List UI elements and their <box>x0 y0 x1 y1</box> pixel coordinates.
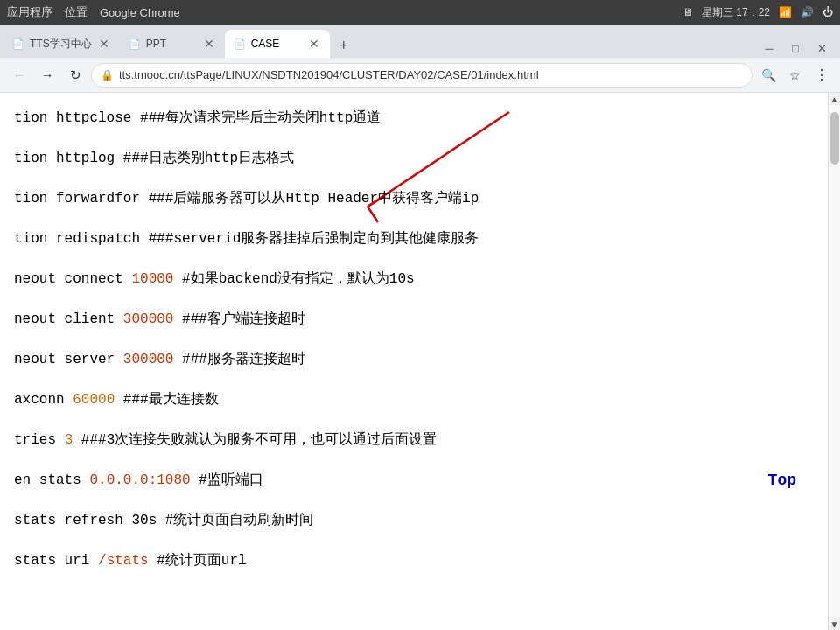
line-stats-enable-comment: #监听端口 <box>191 472 263 488</box>
line-timeout-client-prefix: neout client <box>14 312 115 327</box>
line-forwardfor-prefix: tion forwardfor <box>14 191 140 206</box>
menu-icon[interactable]: ⋮ <box>808 63 833 88</box>
monitor-icon: 🖥 <box>682 6 693 18</box>
scrollbar-thumb[interactable] <box>830 112 839 164</box>
line-stats-enable: en stats 0.0.0.0:1080 #监听端口 Top <box>14 460 814 500</box>
nav-bar: ← → ↻ 🔒 tts.tmooc.cn/ttsPage/LINUX/NSDTN… <box>0 58 840 93</box>
line-httplog-comment: ###日志类别http日志格式 <box>115 150 294 166</box>
line-tries-comment: ###3次连接失败就认为服务不可用，也可以通过后面设置 <box>73 432 437 448</box>
volume-icon: 🔊 <box>801 6 814 18</box>
tab-case[interactable]: 📄 CASE ✕ <box>225 30 330 58</box>
network-icon: 📶 <box>779 6 792 18</box>
line-timeout-client-num: 300000 <box>123 312 174 327</box>
tab-case-label: CASE <box>251 38 302 50</box>
system-datetime: 星期三 17：22 <box>702 5 770 20</box>
chrome-window: 📄 TTS学习中心 ✕ 📄 PPT ✕ 📄 CASE ✕ + ─ □ ✕ ← →… <box>0 24 840 630</box>
line-forwardfor: tion forwardfor ###后端服务器可以从Http Header中获… <box>14 178 814 219</box>
line-timeout-server-comment: ###服务器连接超时 <box>173 352 304 368</box>
line-stats-uri-prefix: stats uri <box>14 553 89 569</box>
line-tries: tries 3 ###3次连接失败就认为服务不可用，也可以通过后面设置 <box>14 420 814 460</box>
line-redispatch: tion redispatch ###serverid服务器挂掉后强制定向到其他… <box>14 219 814 259</box>
line-stats-refresh-comment: #统计页面自动刷新时间 <box>157 513 313 528</box>
system-bar-right: 🖥 星期三 17：22 📶 🔊 ⏻ <box>682 5 833 20</box>
tab-tts-label: TTS学习中心 <box>30 37 92 52</box>
minimize-button[interactable]: ─ <box>758 38 780 58</box>
tab-case-close[interactable]: ✕ <box>307 37 321 51</box>
address-text: tts.tmooc.cn/ttsPage/LINUX/NSDTN201904/C… <box>119 68 743 81</box>
tab-ppt[interactable]: 📄 PPT ✕ <box>120 30 225 58</box>
tab-tts-close[interactable]: ✕ <box>97 37 111 51</box>
line-timeout-client: neout client 300000 ###客户端连接超时 <box>14 299 814 340</box>
line-httpclose-prefix: tion httpclose <box>14 110 131 126</box>
line-maxconn-prefix: axconn <box>14 392 65 408</box>
lock-icon: 🔒 <box>101 69 114 81</box>
line-timeout-server-prefix: neout server <box>14 352 115 368</box>
line-tries-prefix: tries <box>14 432 56 448</box>
new-tab-button[interactable]: + <box>332 33 356 58</box>
line-stats-uri: stats uri /stats #统计页面url <box>14 541 814 581</box>
tab-tts[interactable]: 📄 TTS学习中心 ✕ <box>4 30 120 58</box>
chrome-menu[interactable]: Google Chrome <box>100 6 180 19</box>
forward-button[interactable]: → <box>35 63 60 88</box>
refresh-button[interactable]: ↻ <box>63 63 88 88</box>
line-timeout-connect-num: 10000 <box>131 271 173 287</box>
back-button[interactable]: ← <box>7 63 32 88</box>
line-maxconn: axconn 60000 ###最大连接数 <box>14 380 814 420</box>
scrollbar-track[interactable] <box>829 105 840 618</box>
tab-ppt-close[interactable]: ✕ <box>202 37 216 51</box>
scroll-down-button[interactable]: ▼ <box>829 618 841 630</box>
tab-ppt-label: PPT <box>146 38 197 50</box>
line-forwardfor-comment: ###后端服务器可以从Http Header中获得客户端ip <box>140 191 479 206</box>
close-button[interactable]: ✕ <box>810 38 833 58</box>
line-maxconn-num: 60000 <box>73 392 115 408</box>
line-httpclose: tion httpclose ###每次请求完毕后主动关闭http通道 <box>14 98 814 138</box>
content-area: tion httpclose ###每次请求完毕后主动关闭http通道 tion… <box>0 93 840 630</box>
line-httplog-prefix: tion httplog <box>14 150 115 166</box>
scrollbar[interactable]: ▲ ▼ <box>828 93 840 630</box>
tab-tts-favicon: 📄 <box>12 38 24 50</box>
power-icon: ⏻ <box>822 6 833 18</box>
bookmark-icon[interactable]: ☆ <box>782 63 807 88</box>
line-stats-refresh: stats refresh 30s #统计页面自动刷新时间 <box>14 500 814 541</box>
maximize-button[interactable]: □ <box>784 38 807 58</box>
line-timeout-client-comment: ###客户端连接超时 <box>173 312 304 327</box>
nav-right: 🔍 ☆ ⋮ <box>756 63 833 88</box>
system-bar: 应用程序 位置 Google Chrome 🖥 星期三 17：22 📶 🔊 ⏻ <box>0 0 840 24</box>
line-httpclose-comment: ###每次请求完毕后主动关闭http通道 <box>131 110 381 126</box>
page-content[interactable]: tion httpclose ###每次请求完毕后主动关闭http通道 tion… <box>0 93 828 630</box>
line-redispatch-comment: ###serverid服务器挂掉后强制定向到其他健康服务 <box>140 231 479 247</box>
line-redispatch-prefix: tion redispatch <box>14 231 140 247</box>
line-stats-uri-path: /stats <box>98 553 149 569</box>
top-link[interactable]: Top <box>768 460 796 500</box>
apps-menu[interactable]: 应用程序 <box>7 4 52 20</box>
scroll-up-button[interactable]: ▲ <box>829 93 841 105</box>
search-icon[interactable]: 🔍 <box>756 63 780 88</box>
address-bar[interactable]: 🔒 tts.tmooc.cn/ttsPage/LINUX/NSDTN201904… <box>91 63 752 88</box>
line-stats-enable-num: 0.0.0.0:1080 <box>89 472 190 488</box>
line-stats-uri-comment: #统计页面url <box>149 553 247 569</box>
line-timeout-server-num: 300000 <box>123 352 174 368</box>
line-stats-enable-prefix: en stats <box>14 472 81 488</box>
line-timeout-connect-comment: #如果backend没有指定，默认为10s <box>173 271 414 287</box>
tab-bar: 📄 TTS学习中心 ✕ 📄 PPT ✕ 📄 CASE ✕ + ─ □ ✕ <box>0 24 840 58</box>
line-timeout-connect: neout connect 10000 #如果backend没有指定，默认为10… <box>14 259 814 299</box>
tab-case-favicon: 📄 <box>234 38 246 50</box>
tab-ppt-favicon: 📄 <box>129 38 141 50</box>
line-timeout-server: neout server 300000 ###服务器连接超时 <box>14 340 814 380</box>
window-controls: ─ □ ✕ <box>758 38 836 58</box>
line-maxconn-comment: ###最大连接数 <box>115 392 218 408</box>
line-httplog: tion httplog ###日志类别http日志格式 <box>14 138 814 178</box>
line-timeout-connect-prefix: neout connect <box>14 271 123 287</box>
places-menu[interactable]: 位置 <box>65 4 88 20</box>
system-bar-left: 应用程序 位置 Google Chrome <box>7 4 180 20</box>
line-tries-num: 3 <box>65 432 74 448</box>
line-stats-refresh-prefix: stats refresh 30s <box>14 513 157 528</box>
